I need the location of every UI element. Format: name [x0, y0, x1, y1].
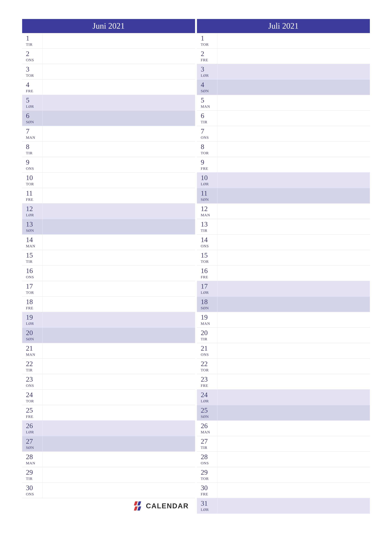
day-of-week: MAN [26, 244, 42, 248]
day-of-week: TIR [26, 259, 42, 264]
date-number: 31 [201, 500, 217, 507]
day-row: 30ONS [22, 483, 195, 498]
day-row: 28MAN [22, 452, 195, 467]
day-row: 5MAN [197, 95, 370, 110]
day-of-week: LØR [201, 182, 217, 186]
day-of-week: LØR [201, 508, 217, 512]
date-cell: 17TOR [22, 281, 43, 296]
days-list: 1TOR2FRE3LØR4SØN5MAN6TIR7ONS8TOR9FRE10LØ… [197, 33, 370, 514]
date-cell: 3LØR [197, 64, 218, 79]
note-cell [43, 359, 195, 374]
day-row: 22TOR [197, 359, 370, 374]
note-cell [218, 266, 370, 281]
note-cell [218, 343, 370, 358]
day-row: 31LØR [197, 498, 370, 514]
note-cell [43, 328, 195, 343]
month-columns: Juni 2021 1TIR2ONS3TOR4FRE5LØR6SØN7MAN8T… [22, 19, 370, 514]
date-cell: 19MAN [197, 312, 218, 327]
day-of-week: MAN [26, 135, 42, 140]
month-header: Juni 2021 [22, 19, 195, 33]
date-cell: 8TOR [197, 142, 218, 157]
date-cell: 23ONS [22, 374, 43, 389]
date-number: 22 [201, 360, 217, 367]
day-row: 7ONS [197, 126, 370, 142]
date-cell: 12MAN [197, 204, 218, 219]
date-number: 15 [201, 252, 217, 259]
day-row: 14MAN [22, 235, 195, 250]
note-cell [218, 297, 370, 312]
date-number: 22 [26, 360, 42, 367]
note-cell [43, 188, 195, 203]
date-cell: 6TIR [197, 110, 218, 126]
note-cell [218, 188, 370, 203]
date-cell: 18FRE [22, 297, 43, 312]
day-of-week: TIR [201, 120, 217, 124]
date-cell: 24LØR [197, 390, 218, 405]
day-row: 28ONS [197, 452, 370, 467]
day-row: 24LØR [197, 390, 370, 405]
note-cell [218, 281, 370, 296]
day-of-week: MAN [201, 430, 217, 434]
note-cell [218, 498, 370, 513]
note-cell [43, 250, 195, 265]
day-of-week: ONS [26, 492, 42, 496]
date-cell: 9ONS [22, 157, 43, 172]
date-cell: 23FRE [197, 374, 218, 389]
note-cell [218, 204, 370, 219]
month-column-june: Juni 2021 1TIR2ONS3TOR4FRE5LØR6SØN7MAN8T… [22, 19, 195, 514]
day-of-week: TOR [26, 291, 42, 295]
day-of-week: SØN [201, 306, 217, 310]
day-row: 11FRE [22, 188, 195, 204]
note-cell [43, 49, 195, 64]
date-cell: 27SØN [22, 436, 43, 451]
brand-logo: CALENDAR [135, 501, 189, 511]
note-cell [43, 173, 195, 188]
day-of-week: TOR [26, 399, 42, 403]
date-number: 28 [26, 453, 42, 460]
note-cell [218, 421, 370, 436]
day-row: 14ONS [197, 235, 370, 250]
day-of-week: FRE [201, 275, 217, 279]
note-cell [218, 49, 370, 64]
note-cell [43, 126, 195, 141]
note-cell [43, 452, 195, 467]
day-row: 1TOR [197, 33, 370, 49]
date-cell: 14ONS [197, 235, 218, 250]
day-of-week: ONS [26, 167, 42, 171]
date-number: 25 [26, 407, 42, 414]
date-cell: 7ONS [197, 126, 218, 141]
date-number: 17 [201, 283, 217, 290]
day-row: 25SØN [197, 405, 370, 421]
date-number: 3 [26, 66, 42, 73]
date-cell: 13TIR [197, 219, 218, 234]
date-cell: 5LØR [22, 95, 43, 110]
date-cell: 20SØN [22, 328, 43, 343]
note-cell [43, 266, 195, 281]
date-number: 10 [26, 174, 42, 181]
day-row: 26MAN [197, 421, 370, 436]
day-row: 29TIR [22, 467, 195, 483]
day-of-week: MAN [201, 104, 217, 109]
date-number: 24 [201, 391, 217, 398]
day-of-week: TOR [201, 42, 217, 47]
note-cell [218, 390, 370, 405]
date-number: 7 [26, 128, 42, 135]
date-cell: 25SØN [197, 405, 218, 420]
note-cell [218, 483, 370, 498]
day-row: 6SØN [22, 110, 195, 126]
date-cell: 30FRE [197, 483, 218, 498]
note-cell [218, 235, 370, 250]
date-cell: 31LØR [197, 498, 218, 513]
date-cell: 29TOR [197, 467, 218, 482]
note-cell [43, 374, 195, 389]
day-row: 16FRE [197, 266, 370, 281]
day-row: 2FRE [197, 49, 370, 64]
note-cell [218, 312, 370, 327]
note-cell [218, 80, 370, 95]
date-cell: 7MAN [22, 126, 43, 141]
date-number: 5 [26, 97, 42, 104]
date-number: 21 [201, 345, 217, 352]
day-of-week: TOR [201, 368, 217, 372]
note-cell [43, 297, 195, 312]
date-cell: 10LØR [197, 173, 218, 188]
